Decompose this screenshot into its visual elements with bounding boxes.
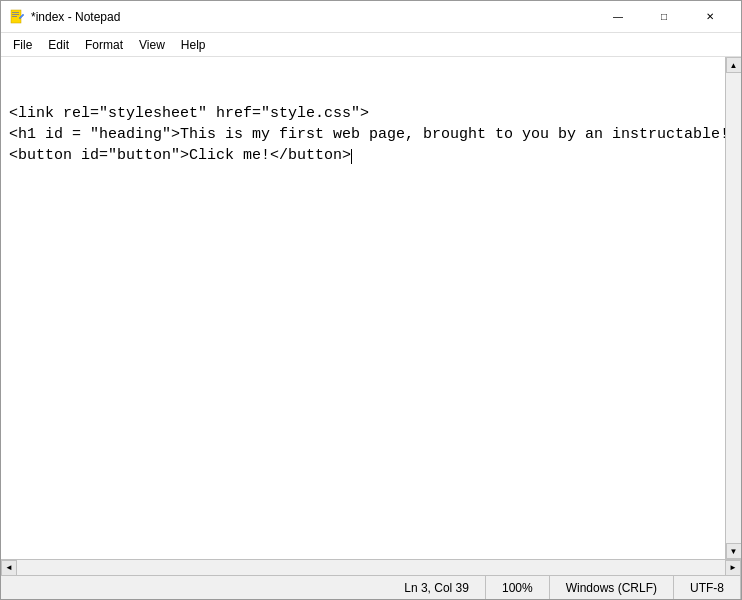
position-text: Ln 3, Col 39 xyxy=(404,581,469,595)
app-icon xyxy=(9,9,25,25)
scroll-left-button[interactable]: ◄ xyxy=(1,560,17,576)
horizontal-scrollbar: ◄ ► xyxy=(1,559,741,575)
menu-bar: File Edit Format View Help xyxy=(1,33,741,57)
editor-and-scrollbar: <link rel="stylesheet" href="style.css">… xyxy=(1,57,741,559)
scroll-right-button[interactable]: ► xyxy=(725,560,741,576)
menu-help[interactable]: Help xyxy=(173,34,214,56)
editor-wrapper: <link rel="stylesheet" href="style.css">… xyxy=(1,57,741,575)
scroll-up-button[interactable]: ▲ xyxy=(726,57,742,73)
scroll-track-horizontal[interactable] xyxy=(17,560,725,575)
title-bar: *index - Notepad — □ ✕ xyxy=(1,1,741,33)
encoding: UTF-8 xyxy=(674,576,741,599)
menu-format[interactable]: Format xyxy=(77,34,131,56)
close-button[interactable]: ✕ xyxy=(687,1,733,33)
encoding-text: UTF-8 xyxy=(690,581,724,595)
maximize-button[interactable]: □ xyxy=(641,1,687,33)
line-ending-text: Windows (CRLF) xyxy=(566,581,657,595)
svg-rect-1 xyxy=(12,12,19,13)
scroll-track-vertical[interactable] xyxy=(726,73,741,543)
cursor-position: Ln 3, Col 39 xyxy=(388,576,486,599)
text-editor[interactable]: <link rel="stylesheet" href="style.css">… xyxy=(1,57,725,559)
scroll-down-button[interactable]: ▼ xyxy=(726,543,742,559)
status-bar: Ln 3, Col 39 100% Windows (CRLF) UTF-8 xyxy=(1,575,741,599)
line-ending: Windows (CRLF) xyxy=(550,576,674,599)
zoom-text: 100% xyxy=(502,581,533,595)
svg-rect-3 xyxy=(12,16,17,17)
menu-view[interactable]: View xyxy=(131,34,173,56)
menu-edit[interactable]: Edit xyxy=(40,34,77,56)
window-controls: — □ ✕ xyxy=(595,1,733,33)
minimize-button[interactable]: — xyxy=(595,1,641,33)
zoom-level: 100% xyxy=(486,576,550,599)
svg-rect-2 xyxy=(12,14,19,15)
window-title: *index - Notepad xyxy=(31,10,595,24)
notepad-window: *index - Notepad — □ ✕ File Edit Format … xyxy=(0,0,742,600)
vertical-scrollbar: ▲ ▼ xyxy=(725,57,741,559)
menu-file[interactable]: File xyxy=(5,34,40,56)
